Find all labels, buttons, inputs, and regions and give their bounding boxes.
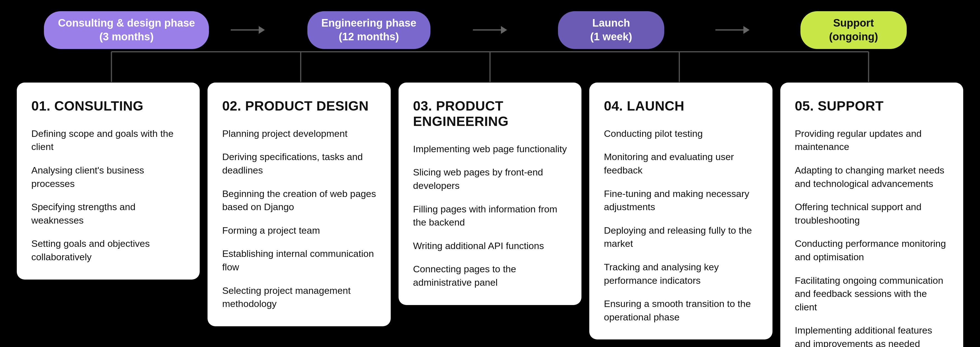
- card-items-support: Providing regular updates and maintenanc…: [795, 127, 949, 347]
- pill-launch: Launch(1 week): [513, 11, 710, 49]
- list-item: Analysing client's business processes: [31, 164, 185, 190]
- pill-support: Support(ongoing): [755, 11, 952, 49]
- list-item: Specifying strengths and weaknesses: [31, 201, 185, 227]
- list-item: Establishing internal communication flow: [222, 247, 376, 274]
- list-item: Fine-tuning and making necessary adjustm…: [604, 187, 758, 214]
- list-item: Setting goals and objectives collaborati…: [31, 237, 185, 264]
- list-item: Connecting pages to the administrative p…: [413, 263, 567, 289]
- connector-lines: [17, 49, 963, 83]
- list-item: Forming a project team: [222, 224, 376, 237]
- pill-engineering: Engineering phase(12 months): [270, 11, 468, 49]
- card-product-design: 02. PRODUCT DESIGN Planning project deve…: [207, 83, 390, 326]
- arrow-line-3: [716, 29, 743, 30]
- connector-svg: [17, 49, 963, 83]
- list-item: Filling pages with information from the …: [413, 202, 567, 229]
- cards-row: 01. CONSULTING Defining scope and goals …: [17, 83, 963, 347]
- list-item: Implementing additional features and imp…: [795, 324, 949, 347]
- list-item: Tracking and analysing key performance i…: [604, 261, 758, 287]
- list-item: Deriving specifications, tasks and deadl…: [222, 150, 376, 177]
- list-item: Beginning the creation of web pages base…: [222, 187, 376, 214]
- phase-pill-support: Support(ongoing): [800, 11, 907, 49]
- list-item: Defining scope and goals with the client: [31, 127, 185, 154]
- list-item: Ensuring a smooth transition to the oper…: [604, 297, 758, 324]
- arrow-triangle-3: [743, 26, 749, 34]
- list-item: Facilitating ongoing communication and f…: [795, 274, 949, 314]
- card-launch: 04. LAUNCH Conducting pilot testing Moni…: [589, 83, 772, 340]
- phase-pill-engineering: Engineering phase(12 months): [307, 11, 430, 49]
- list-item: Providing regular updates and maintenanc…: [795, 127, 949, 154]
- card-support: 05. SUPPORT Providing regular updates an…: [780, 83, 963, 347]
- list-item: Conducting pilot testing: [604, 127, 758, 140]
- list-item: Implementing web page functionality: [413, 142, 567, 156]
- pill-consulting: Consulting & design phase(3 months): [28, 11, 225, 49]
- card-items-product-engineering: Implementing web page functionality Slic…: [413, 142, 567, 289]
- card-title-consulting: 01. CONSULTING: [31, 98, 185, 114]
- arrow-2: [467, 26, 513, 34]
- list-item: Deploying and releasing fully to the mar…: [604, 224, 758, 250]
- list-item: Monitoring and evaluating user feedback: [604, 150, 758, 177]
- arrow-triangle-2: [501, 26, 507, 34]
- arrow-3: [710, 26, 755, 34]
- phase-pill-launch: Launch(1 week): [558, 11, 664, 49]
- card-items-launch: Conducting pilot testing Monitoring and …: [604, 127, 758, 324]
- phase-pills-row: Consulting & design phase(3 months) Engi…: [17, 11, 963, 49]
- card-title-product-engineering: 03. PRODUCT ENGINEERING: [413, 98, 567, 129]
- card-items-consulting: Defining scope and goals with the client…: [31, 127, 185, 264]
- list-item: Planning project development: [222, 127, 376, 140]
- card-title-launch: 04. LAUNCH: [604, 98, 758, 114]
- card-consulting: 01. CONSULTING Defining scope and goals …: [17, 83, 200, 280]
- list-item: Conducting performance monitoring and op…: [795, 237, 949, 264]
- list-item: Selecting project management methodology: [222, 284, 376, 310]
- list-item: Slicing web pages by front-end developer…: [413, 166, 567, 192]
- arrow-1: [225, 26, 270, 34]
- list-item: Offering technical support and troublesh…: [795, 201, 949, 227]
- arrow-line-1: [231, 29, 259, 30]
- card-product-engineering: 03. PRODUCT ENGINEERING Implementing web…: [399, 83, 581, 305]
- phase-pill-consulting-design: Consulting & design phase(3 months): [44, 11, 209, 49]
- arrow-triangle-1: [259, 26, 265, 34]
- arrow-line-2: [473, 29, 501, 30]
- card-title-support: 05. SUPPORT: [795, 98, 949, 114]
- diagram-wrapper: Consulting & design phase(3 months) Engi…: [17, 11, 963, 347]
- card-title-product-design: 02. PRODUCT DESIGN: [222, 98, 376, 114]
- list-item: Adapting to changing market needs and te…: [795, 164, 949, 190]
- list-item: Writing additional API functions: [413, 239, 567, 253]
- card-items-product-design: Planning project development Deriving sp…: [222, 127, 376, 310]
